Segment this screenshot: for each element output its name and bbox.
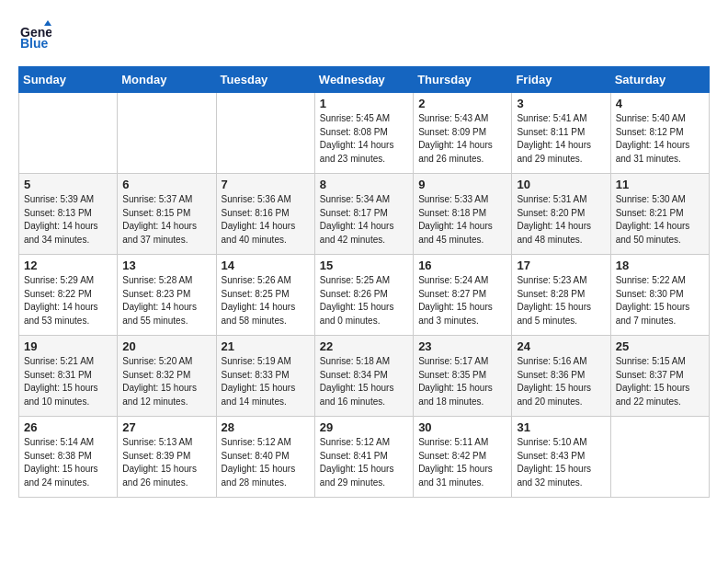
day-number: 12 [24,259,112,272]
day-info: Sunrise: 5:36 AMSunset: 8:16 PMDaylight:… [222,193,310,247]
day-number: 22 [320,339,408,353]
calendar-cell [118,93,216,174]
day-info: Sunrise: 5:40 AMSunset: 8:12 PMDaylight:… [616,112,704,166]
day-info: Sunrise: 5:33 AMSunset: 8:18 PMDaylight:… [418,193,506,247]
day-info: Sunrise: 5:12 AMSunset: 8:40 PMDaylight:… [222,436,310,489]
calendar-cell: 2Sunrise: 5:43 AMSunset: 8:09 PMDaylight… [414,93,512,174]
day-info: Sunrise: 5:23 AMSunset: 8:28 PMDaylight:… [517,274,605,327]
calendar-cell: 13Sunrise: 5:28 AMSunset: 8:23 PMDayligh… [118,255,216,336]
page-header: General Blue [18,18,710,52]
day-number: 19 [24,339,112,353]
day-number: 31 [517,420,605,434]
calendar-cell: 17Sunrise: 5:23 AMSunset: 8:28 PMDayligh… [512,255,610,336]
day-number: 7 [222,178,310,191]
calendar-week-row: 26Sunrise: 5:14 AMSunset: 8:38 PMDayligh… [19,417,710,498]
day-info: Sunrise: 5:22 AMSunset: 8:30 PMDaylight:… [616,274,704,327]
day-info: Sunrise: 5:39 AMSunset: 8:13 PMDaylight:… [24,193,112,247]
day-number: 25 [616,339,704,353]
day-number: 6 [122,178,210,191]
calendar-week-row: 1Sunrise: 5:45 AMSunset: 8:08 PMDaylight… [19,93,710,174]
calendar-cell [216,93,314,174]
calendar-week-row: 5Sunrise: 5:39 AMSunset: 8:13 PMDaylight… [19,174,710,255]
day-info: Sunrise: 5:41 AMSunset: 8:11 PMDaylight:… [517,112,605,166]
weekday-header: Tuesday [216,67,314,93]
day-number: 30 [418,420,506,434]
day-info: Sunrise: 5:30 AMSunset: 8:21 PMDaylight:… [616,193,704,247]
day-number: 8 [320,178,408,191]
calendar-cell: 23Sunrise: 5:17 AMSunset: 8:35 PMDayligh… [414,336,512,417]
day-info: Sunrise: 5:14 AMSunset: 8:38 PMDaylight:… [24,436,112,489]
day-info: Sunrise: 5:21 AMSunset: 8:31 PMDaylight:… [24,355,112,408]
day-number: 29 [320,420,408,434]
day-info: Sunrise: 5:12 AMSunset: 8:41 PMDaylight:… [320,436,408,489]
day-info: Sunrise: 5:18 AMSunset: 8:34 PMDaylight:… [320,355,408,408]
day-info: Sunrise: 5:19 AMSunset: 8:33 PMDaylight:… [222,355,310,408]
calendar-week-row: 19Sunrise: 5:21 AMSunset: 8:31 PMDayligh… [19,336,710,417]
weekday-header: Friday [512,67,610,93]
day-info: Sunrise: 5:45 AMSunset: 8:08 PMDaylight:… [320,112,408,166]
day-number: 9 [418,178,506,191]
logo: General Blue [18,18,55,52]
svg-text:Blue: Blue [20,36,49,51]
day-info: Sunrise: 5:37 AMSunset: 8:15 PMDaylight:… [122,193,210,247]
day-info: Sunrise: 5:28 AMSunset: 8:23 PMDaylight:… [122,274,210,327]
day-number: 23 [418,339,506,353]
calendar-cell: 24Sunrise: 5:16 AMSunset: 8:36 PMDayligh… [512,336,610,417]
day-number: 27 [122,420,210,434]
day-info: Sunrise: 5:17 AMSunset: 8:35 PMDaylight:… [418,355,506,408]
calendar-cell: 31Sunrise: 5:10 AMSunset: 8:43 PMDayligh… [512,417,610,498]
day-info: Sunrise: 5:13 AMSunset: 8:39 PMDaylight:… [122,436,210,489]
calendar-cell: 16Sunrise: 5:24 AMSunset: 8:27 PMDayligh… [414,255,512,336]
day-info: Sunrise: 5:10 AMSunset: 8:43 PMDaylight:… [517,436,605,489]
calendar-cell: 3Sunrise: 5:41 AMSunset: 8:11 PMDaylight… [512,93,610,174]
calendar-cell: 6Sunrise: 5:37 AMSunset: 8:15 PMDaylight… [118,174,216,255]
day-number: 16 [418,259,506,272]
day-number: 5 [24,178,112,191]
day-info: Sunrise: 5:25 AMSunset: 8:26 PMDaylight:… [320,274,408,327]
calendar-cell: 7Sunrise: 5:36 AMSunset: 8:16 PMDaylight… [216,174,314,255]
day-info: Sunrise: 5:15 AMSunset: 8:37 PMDaylight:… [616,355,704,408]
calendar-cell: 25Sunrise: 5:15 AMSunset: 8:37 PMDayligh… [610,336,709,417]
day-number: 15 [320,259,408,272]
day-number: 10 [517,178,605,191]
day-number: 21 [222,339,310,353]
day-number: 2 [418,97,506,110]
day-info: Sunrise: 5:11 AMSunset: 8:42 PMDaylight:… [418,436,506,489]
day-info: Sunrise: 5:26 AMSunset: 8:25 PMDaylight:… [222,274,310,327]
calendar-cell: 21Sunrise: 5:19 AMSunset: 8:33 PMDayligh… [216,336,314,417]
calendar-cell: 15Sunrise: 5:25 AMSunset: 8:26 PMDayligh… [314,255,413,336]
calendar-week-row: 12Sunrise: 5:29 AMSunset: 8:22 PMDayligh… [19,255,710,336]
calendar-cell: 4Sunrise: 5:40 AMSunset: 8:12 PMDaylight… [610,93,709,174]
day-number: 4 [616,97,704,110]
day-number: 14 [222,259,310,272]
day-number: 3 [517,97,605,110]
weekday-header: Thursday [414,67,512,93]
calendar-cell [610,417,709,498]
weekday-header: Wednesday [314,67,413,93]
calendar-cell: 27Sunrise: 5:13 AMSunset: 8:39 PMDayligh… [118,417,216,498]
day-number: 28 [222,420,310,434]
calendar-cell: 29Sunrise: 5:12 AMSunset: 8:41 PMDayligh… [314,417,413,498]
weekday-header: Saturday [610,67,709,93]
calendar-cell [19,93,118,174]
calendar-cell: 5Sunrise: 5:39 AMSunset: 8:13 PMDaylight… [19,174,118,255]
day-info: Sunrise: 5:31 AMSunset: 8:20 PMDaylight:… [517,193,605,247]
day-number: 24 [517,339,605,353]
day-number: 11 [616,178,704,191]
calendar-cell: 9Sunrise: 5:33 AMSunset: 8:18 PMDaylight… [414,174,512,255]
svg-marker-2 [44,20,51,26]
day-info: Sunrise: 5:16 AMSunset: 8:36 PMDaylight:… [517,355,605,408]
calendar-header: SundayMondayTuesdayWednesdayThursdayFrid… [19,67,710,93]
calendar-cell: 18Sunrise: 5:22 AMSunset: 8:30 PMDayligh… [610,255,709,336]
day-info: Sunrise: 5:34 AMSunset: 8:17 PMDaylight:… [320,193,408,247]
day-number: 20 [122,339,210,353]
weekday-header: Monday [118,67,216,93]
calendar-cell: 14Sunrise: 5:26 AMSunset: 8:25 PMDayligh… [216,255,314,336]
calendar-cell: 10Sunrise: 5:31 AMSunset: 8:20 PMDayligh… [512,174,610,255]
day-number: 17 [517,259,605,272]
calendar-cell: 12Sunrise: 5:29 AMSunset: 8:22 PMDayligh… [19,255,118,336]
day-number: 13 [122,259,210,272]
day-info: Sunrise: 5:20 AMSunset: 8:32 PMDaylight:… [122,355,210,408]
weekday-header: Sunday [19,67,118,93]
day-number: 26 [24,420,112,434]
